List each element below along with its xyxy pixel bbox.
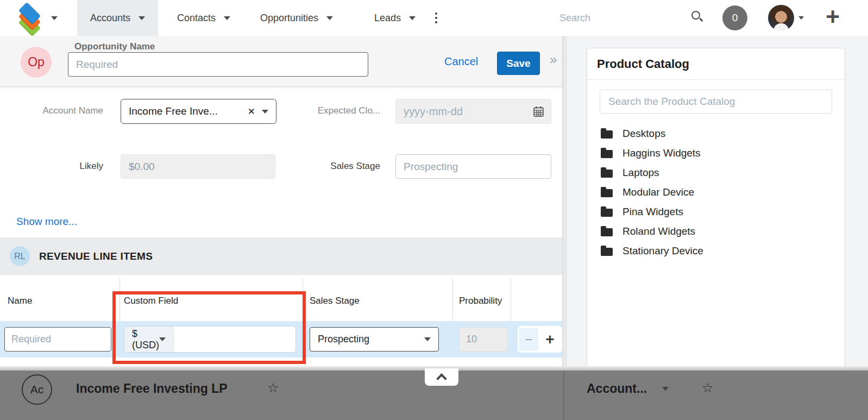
expected-close-field (395, 99, 551, 124)
add-row-button[interactable] (540, 328, 559, 351)
opportunity-form: Account Name Income Free Inve... Expecte… (0, 87, 562, 237)
favorite-star-icon[interactable] (267, 380, 279, 396)
column-divider (303, 278, 303, 321)
search-icon[interactable] (691, 11, 700, 20)
revenue-line-items-header: RL REVENUE LINE ITEMS (0, 237, 562, 275)
row-action-buttons (518, 326, 562, 353)
currency-select[interactable]: $ (USD) (124, 327, 174, 352)
nav-tab-contacts[interactable]: Contacts (164, 0, 243, 36)
column-divider (511, 278, 511, 321)
folder-label: Pina Widgets (622, 206, 683, 218)
folder-icon (601, 130, 613, 139)
revenue-line-items-table: Name Custom Field Sales Stage Probabilit… (0, 275, 562, 358)
account-name-value: Income Free Inve... (129, 105, 241, 117)
account-record-name[interactable]: Income Free Investing LP (76, 381, 228, 396)
likely-label: Likely (16, 161, 103, 172)
catalog-folder-pina-widgets[interactable]: Pina Widgets (601, 204, 683, 220)
chevron-down-icon[interactable] (409, 16, 416, 20)
folder-icon (601, 228, 613, 236)
chevron-down-icon[interactable] (139, 16, 145, 20)
nav-tab-leads[interactable]: Leads (361, 0, 429, 36)
folder-icon (601, 189, 613, 197)
column-divider (452, 278, 453, 321)
double-chevron-right-icon[interactable] (550, 52, 557, 67)
chevron-down-icon[interactable] (662, 387, 669, 391)
app-menu-button[interactable] (16, 0, 58, 36)
calendar-icon[interactable] (533, 106, 544, 120)
account-name-select[interactable]: Income Free Inve... (121, 99, 276, 124)
column-header-custom-field: Custom Field (124, 296, 178, 306)
footer-module-dropdown[interactable]: Account... (587, 381, 669, 396)
line-item-name-input[interactable] (4, 327, 111, 352)
user-avatar[interactable] (768, 5, 794, 31)
account-name-label: Account Name (16, 105, 103, 116)
panel-divider[interactable] (562, 36, 567, 371)
nav-tab-label: Accounts (90, 12, 130, 24)
nav-tab-label: Leads (374, 12, 401, 24)
sales-stage-label: Sales Stage (293, 161, 380, 172)
show-more-link[interactable]: Show more... (16, 216, 77, 228)
chevron-down-icon (51, 16, 58, 20)
clear-icon[interactable] (248, 106, 255, 117)
remove-row-button[interactable] (519, 328, 538, 351)
opportunity-avatar: Op (21, 47, 52, 78)
save-button[interactable]: Save (497, 52, 540, 75)
custom-field-amount-input[interactable] (174, 327, 296, 352)
nav-tab-opportunities[interactable]: Opportunities (247, 0, 346, 36)
line-item-sales-stage-select[interactable]: Prospecting (310, 327, 439, 352)
catalog-folder-haggins-widgets[interactable]: Haggins Widgets (601, 145, 701, 161)
divider (587, 79, 845, 80)
expected-close-input[interactable] (396, 99, 551, 123)
cancel-button[interactable]: Cancel (444, 55, 478, 68)
product-catalog-panel: Product Catalog Desktops Haggins Widgets… (567, 36, 868, 371)
expand-footer-button[interactable] (425, 368, 458, 386)
chevron-up-icon (436, 373, 447, 384)
catalog-folder-desktops[interactable]: Desktops (601, 126, 665, 142)
folder-icon (601, 170, 613, 178)
column-header-sales-stage: Sales Stage (310, 296, 360, 306)
chevron-down-icon[interactable] (424, 337, 431, 341)
footer-divider (563, 371, 564, 420)
folder-label: Haggins Widgets (622, 147, 701, 159)
chevron-down-icon[interactable] (224, 16, 230, 20)
table-row: $ (USD) Prospecting (0, 321, 562, 358)
chevron-down-icon[interactable] (262, 110, 268, 114)
notification-badge[interactable]: 0 (722, 5, 747, 30)
folder-label: Roland Widgets (622, 225, 695, 237)
likely-input[interactable] (121, 154, 275, 179)
column-header-probability: Probability (459, 296, 507, 306)
probability-input[interactable] (459, 327, 508, 352)
catalog-folder-stationary-device[interactable]: Stationary Device (601, 243, 703, 259)
quick-create-button[interactable] (820, 3, 845, 33)
product-catalog-search-input[interactable] (600, 90, 832, 114)
chevron-down-icon[interactable] (159, 337, 166, 341)
folder-label: Laptops (622, 167, 659, 179)
footer-module-label: Account... (587, 381, 647, 396)
folder-label: Stationary Device (622, 245, 703, 257)
folder-label: Desktops (622, 128, 665, 140)
top-navbar: Accounts Contacts Opportunities Leads 0 (0, 0, 868, 36)
product-catalog-card: Product Catalog Desktops Haggins Widgets… (587, 48, 845, 371)
sugarcrm-logo-icon (16, 4, 43, 32)
nav-tab-label: Opportunities (260, 12, 318, 24)
folder-icon (601, 150, 613, 158)
folder-icon (601, 209, 613, 217)
opportunity-name-input[interactable] (68, 52, 368, 77)
custom-field-currency-group: $ (USD) (124, 326, 296, 353)
product-catalog-title: Product Catalog (597, 57, 689, 71)
revenue-line-items-title: REVENUE LINE ITEMS (39, 250, 153, 262)
chevron-down-icon[interactable] (326, 16, 333, 20)
catalog-folder-roland-widgets[interactable]: Roland Widgets (601, 223, 695, 240)
opportunity-name-label: Opportunity Name (74, 41, 155, 52)
nav-tab-accounts[interactable]: Accounts (77, 0, 158, 36)
chevron-down-icon[interactable] (798, 16, 804, 20)
favorite-star-icon[interactable] (702, 380, 714, 396)
sales-stage-input[interactable] (395, 154, 551, 179)
more-modules-icon[interactable] (429, 0, 443, 36)
catalog-folder-modular-device[interactable]: Modular Device (601, 184, 694, 200)
global-search-input[interactable] (559, 7, 684, 29)
sales-stage-value: Prospecting (318, 334, 424, 345)
expected-close-label: Expected Clo... (293, 105, 380, 116)
folder-label: Modular Device (622, 186, 694, 198)
catalog-folder-laptops[interactable]: Laptops (601, 165, 659, 181)
